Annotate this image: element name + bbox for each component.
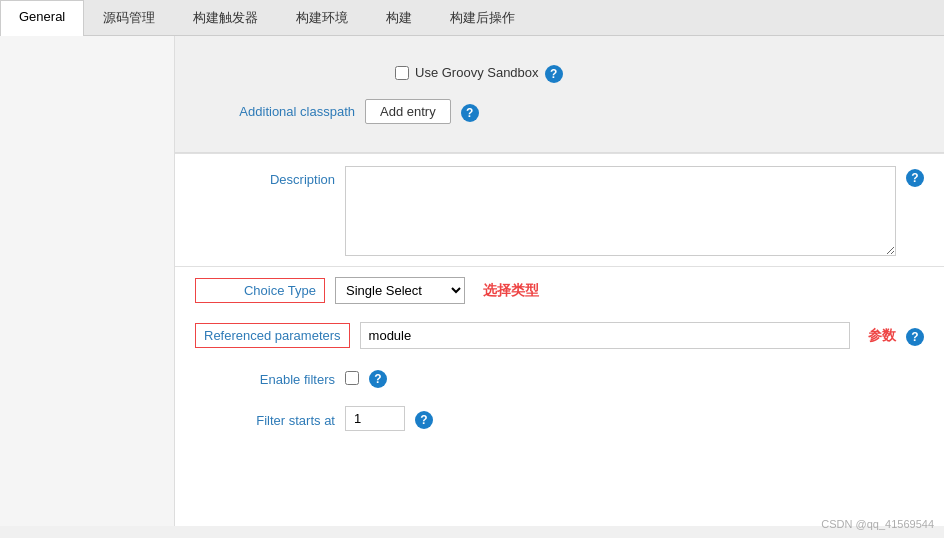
groovy-sandbox-label: Use Groovy Sandbox — [415, 65, 539, 80]
classpath-help-icon[interactable]: ? — [461, 104, 479, 122]
enable-filters-help-icon[interactable]: ? — [369, 370, 387, 388]
tab-general[interactable]: General — [0, 0, 84, 36]
choice-type-select[interactable]: Single Select Multi Select Radio Buttons… — [335, 277, 465, 304]
filter-starts-at-label: Filter starts at — [195, 409, 335, 428]
choice-type-hint: 选择类型 — [483, 282, 539, 300]
top-section: Use Groovy Sandbox ? Additional classpat… — [175, 36, 944, 153]
description-help-icon[interactable]: ? — [906, 169, 924, 187]
tab-post-build[interactable]: 构建后操作 — [431, 0, 534, 35]
filter-starts-at-row: Filter starts at ? — [175, 398, 944, 439]
choice-type-row: Choice Type Single Select Multi Select R… — [175, 267, 944, 314]
enable-filters-checkbox[interactable] — [345, 371, 359, 385]
enable-filters-label: Enable filters — [195, 368, 335, 387]
sidebar — [0, 36, 175, 526]
tab-build[interactable]: 构建 — [367, 0, 431, 35]
description-section: Description ? — [175, 153, 944, 266]
tab-bar: General 源码管理 构建触发器 构建环境 构建 构建后操作 — [0, 0, 944, 36]
form-area: Use Groovy Sandbox ? Additional classpat… — [175, 36, 944, 526]
referenced-parameters-hint: 参数 — [868, 327, 896, 345]
groovy-row: Use Groovy Sandbox ? — [195, 50, 924, 91]
filter-starts-at-help-icon[interactable]: ? — [415, 411, 433, 429]
referenced-parameters-row: Referenced parameters 参数 ? — [175, 314, 944, 357]
description-row: Description ? — [195, 166, 924, 256]
watermark: CSDN @qq_41569544 — [821, 518, 934, 526]
filter-starts-at-input[interactable] — [345, 406, 405, 431]
classpath-label: Additional classpath — [215, 104, 355, 119]
choice-type-label: Choice Type — [195, 278, 325, 303]
main-content: Use Groovy Sandbox ? Additional classpat… — [0, 36, 944, 526]
description-label: Description — [195, 166, 335, 187]
groovy-sandbox-checkbox[interactable] — [395, 66, 409, 80]
referenced-parameters-label: Referenced parameters — [195, 323, 350, 348]
classpath-row: Additional classpath Add entry ? — [195, 91, 924, 138]
tab-build-env[interactable]: 构建环境 — [277, 0, 367, 35]
groovy-help-icon[interactable]: ? — [545, 65, 563, 83]
description-input[interactable] — [345, 166, 896, 256]
referenced-parameters-help-icon[interactable]: ? — [906, 328, 924, 346]
referenced-parameters-input[interactable] — [360, 322, 850, 349]
add-entry-button[interactable]: Add entry — [365, 99, 451, 124]
enable-filters-row: Enable filters ? — [175, 357, 944, 398]
tab-source[interactable]: 源码管理 — [84, 0, 174, 35]
tab-build-triggers[interactable]: 构建触发器 — [174, 0, 277, 35]
